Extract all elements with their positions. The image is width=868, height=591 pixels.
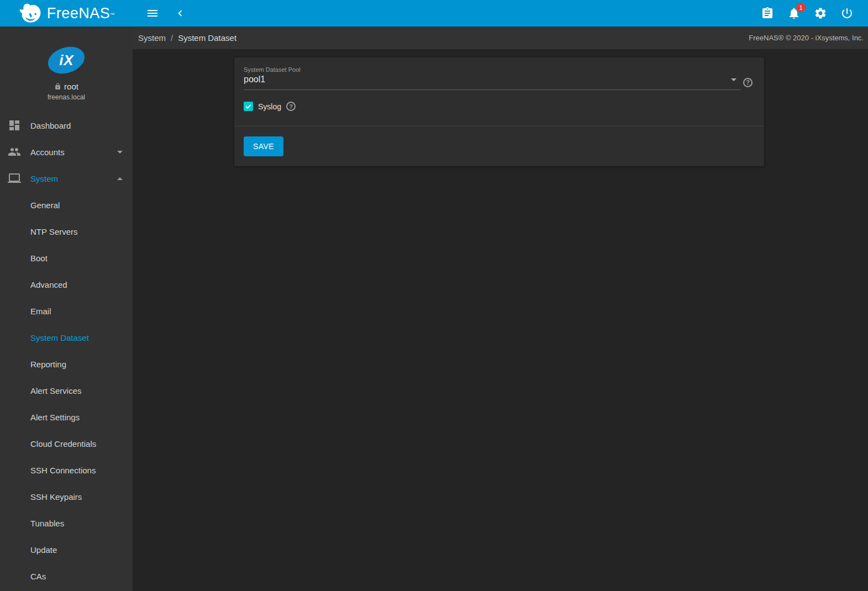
sidebar-item-reporting[interactable]: Reporting	[0, 351, 133, 377]
check-icon	[245, 103, 252, 110]
sidebar-item-label: Alert Services	[30, 386, 82, 395]
sidebar-item-dashboard[interactable]: Dashboard	[0, 112, 133, 139]
collapse-nav-button[interactable]	[173, 7, 187, 20]
power-icon	[840, 7, 854, 20]
sidebar-toggle-button[interactable]	[146, 7, 159, 20]
sidebar-item-ssh-connections[interactable]: SSH Connections	[0, 457, 133, 483]
sidebar-item-label: Boot	[30, 254, 48, 263]
freenas-app: FreeNAS™ 1	[0, 0, 868, 591]
sidebar-item-ssh-keypairs[interactable]: SSH Keypairs	[0, 483, 133, 510]
user-block: iX root freenas.local	[0, 27, 133, 101]
sidebar-item-label: Update	[30, 545, 57, 555]
notifications-button[interactable]: 1	[787, 7, 801, 20]
settings-button[interactable]	[814, 7, 827, 20]
syslog-checkbox[interactable]	[244, 102, 253, 111]
sidebar-item-cloud-credentials[interactable]: Cloud Credentials	[0, 430, 133, 457]
save-button[interactable]: SAVE	[244, 136, 283, 156]
syslog-label: Syslog	[258, 102, 281, 111]
laptop-icon	[8, 172, 21, 185]
sidebar-item-general[interactable]: General	[0, 192, 133, 218]
chevron-down-icon	[117, 151, 123, 154]
sidebar-item-tunables[interactable]: Tunables	[0, 510, 133, 536]
sidebar-item-boot[interactable]: Boot	[0, 245, 133, 271]
sidebar-item-email[interactable]: Email	[0, 298, 133, 324]
dropdown-caret-icon	[731, 78, 737, 81]
breadcrumb-separator: /	[171, 33, 173, 43]
sidebar-item-label: Tunables	[30, 519, 64, 528]
sidebar-item-label: Dashboard	[30, 121, 71, 130]
syslog-help-icon[interactable]: ?	[286, 102, 296, 111]
clipboard-icon	[761, 7, 774, 20]
sidebar-item-label: General	[30, 200, 60, 210]
notification-badge: 1	[796, 3, 806, 12]
copyright-text: FreeNAS® © 2020 - iXsystems, Inc.	[749, 34, 864, 42]
pool-help-icon[interactable]: ?	[743, 78, 753, 87]
sidebar-item-label: Alert Settings	[30, 413, 80, 422]
gear-icon	[814, 7, 827, 20]
sidebar-item-label: Reporting	[30, 360, 66, 369]
sidebar-item-label: CAs	[30, 572, 46, 581]
dashboard-icon	[8, 119, 21, 132]
people-icon	[8, 145, 21, 159]
brand-name: FreeNAS	[47, 6, 111, 21]
sidebar-item-label: System	[30, 174, 58, 183]
user-name-text: root	[64, 82, 78, 91]
sidebar-item-update[interactable]: Update	[0, 536, 133, 563]
breadcrumb-bar: System / System Dataset FreeNAS® © 2020 …	[133, 27, 868, 49]
sidebar-item-alert-settings[interactable]: Alert Settings	[0, 404, 133, 430]
main-content: System Dataset Pool pool1 ? Syslog	[133, 49, 868, 591]
chevron-left-icon	[174, 7, 186, 19]
lock-icon	[54, 83, 61, 90]
logged-in-user: root	[0, 82, 133, 91]
pool-selected-value: pool1	[244, 75, 265, 85]
system-dataset-card: System Dataset Pool pool1 ? Syslog	[234, 57, 764, 166]
sidebar-item-label: System Dataset	[30, 333, 89, 342]
brand-trademark: ™	[110, 12, 114, 17]
shark-icon	[18, 2, 44, 24]
sidebar-item-system-dataset[interactable]: System Dataset	[0, 324, 133, 351]
sidebar-item-advanced[interactable]: Advanced	[0, 271, 133, 298]
sidebar-item-alert-services[interactable]: Alert Services	[0, 377, 133, 404]
top-bar: FreeNAS™ 1	[0, 0, 868, 27]
breadcrumb-section[interactable]: System	[138, 33, 166, 43]
sidebar-item-cas[interactable]: CAs	[0, 563, 133, 589]
task-manager-button[interactable]	[761, 7, 774, 20]
chevron-up-icon	[117, 177, 123, 180]
sidebar-item-label: Accounts	[30, 147, 65, 157]
card-footer: SAVE	[234, 126, 764, 166]
sidebar-item-label: NTP Servers	[30, 227, 78, 236]
freenas-brand[interactable]: FreeNAS™	[0, 0, 133, 27]
power-button[interactable]	[840, 7, 854, 20]
sidebar-item-label: SSH Connections	[30, 466, 96, 475]
sidebar-item-ntp-servers[interactable]: NTP Servers	[0, 218, 133, 245]
system-dataset-pool-select[interactable]: pool1	[244, 75, 741, 90]
hostname-text: freenas.local	[0, 93, 133, 101]
hamburger-icon	[146, 7, 159, 20]
sidebar: iX root freenas.local Dashboard	[0, 27, 133, 591]
pool-field-label: System Dataset Pool	[244, 66, 755, 73]
topbar-actions: 1	[761, 7, 868, 20]
sidebar-item-label: SSH Keypairs	[30, 492, 82, 502]
sidebar-nav: Dashboard Accounts System General NTP Se…	[0, 112, 133, 589]
sidebar-item-label: Email	[30, 307, 51, 316]
sidebar-item-label: Cloud Credentials	[30, 439, 96, 448]
ix-systems-logo: iX	[45, 43, 88, 78]
sidebar-item-system[interactable]: System	[0, 165, 133, 192]
breadcrumb-current-page: System Dataset	[178, 33, 236, 43]
sidebar-item-accounts[interactable]: Accounts	[0, 139, 133, 165]
ix-logo-text: iX	[59, 52, 74, 69]
sidebar-item-label: Advanced	[30, 280, 67, 289]
